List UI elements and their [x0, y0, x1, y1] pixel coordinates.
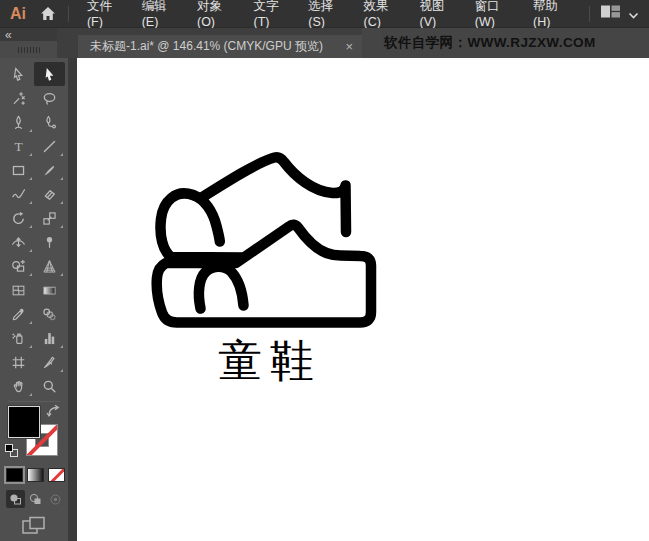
canvas[interactable]: 童鞋 [77, 58, 649, 541]
app-logo[interactable]: Ai [10, 5, 26, 23]
shoes-artwork[interactable] [140, 135, 400, 345]
shaper-tool[interactable] [3, 182, 34, 206]
column-graph-tool[interactable] [34, 326, 65, 350]
menu-item-1[interactable]: 编辑(E) [132, 0, 187, 29]
selection-tool[interactable] [34, 62, 65, 86]
perspective-grid-tool[interactable] [34, 254, 65, 278]
tools-panel-header: « [0, 28, 57, 58]
default-fill-stroke-icon[interactable] [5, 444, 19, 458]
curvature-tool[interactable] [34, 110, 65, 134]
lasso-tool[interactable] [34, 86, 65, 110]
mesh-tool[interactable] [3, 278, 34, 302]
artboard-tool[interactable] [3, 350, 34, 374]
eraser-tool[interactable] [34, 182, 65, 206]
rectangle-tool[interactable] [3, 158, 34, 182]
front-shoe-body [157, 225, 371, 323]
scale-tool[interactable] [34, 206, 65, 230]
document-tab[interactable]: 未标题-1.ai* @ 146.41% (CMYK/GPU 预览) × [78, 35, 362, 58]
menu-item-5[interactable]: 效果(C) [354, 0, 410, 29]
puppet-warp-tool[interactable] [34, 230, 65, 254]
screen-mode-button[interactable] [22, 516, 46, 539]
divider [8, 401, 60, 402]
shape-builder-tool[interactable] [3, 254, 34, 278]
svg-text:T: T [14, 139, 22, 154]
hand-tool[interactable] [3, 374, 34, 398]
none-button[interactable] [48, 468, 65, 482]
width-tool[interactable] [3, 230, 34, 254]
slice-tool[interactable] [34, 350, 65, 374]
collapse-panel-icon[interactable]: « [5, 28, 12, 42]
color-type-buttons [6, 468, 65, 482]
tools-panel: T [0, 58, 68, 541]
workspace-switcher-icon[interactable] [600, 4, 621, 23]
paintbrush-tool[interactable] [34, 158, 65, 182]
drawing-mode-buttons [6, 490, 65, 508]
rotate-tool[interactable] [3, 206, 34, 230]
panel-grip[interactable] [0, 41, 57, 58]
pen-tool[interactable] [3, 110, 34, 134]
divider [589, 6, 590, 22]
magic-wand-tool[interactable] [3, 86, 34, 110]
document-tab-title: 未标题-1.ai* @ 146.41% (CMYK/GPU 预览) [78, 38, 323, 55]
line-segment-tool[interactable] [34, 134, 65, 158]
watermark-text: 软件自学网：WWW.RJZXW.COM [362, 28, 649, 58]
menu-items: 文件(F)编辑(E)对象(O)文字(T)选择(S)效果(C)视图(V)窗口(W)… [77, 0, 579, 29]
menu-item-2[interactable]: 对象(O) [187, 0, 244, 29]
menu-item-4[interactable]: 选择(S) [298, 0, 353, 29]
fill-stroke-controls [0, 404, 68, 464]
artwork-label[interactable]: 童鞋 [150, 340, 390, 384]
illustrator-window: Ai 文件(F)编辑(E)对象(O)文字(T)选择(S)效果(C)视图(V)窗口… [0, 0, 649, 541]
draw-inside-mode-button[interactable] [46, 490, 65, 508]
panel-edge [68, 58, 77, 541]
color-button[interactable] [6, 468, 23, 482]
tools-grid: T [3, 62, 65, 398]
menu-item-8[interactable]: 帮助(H) [523, 0, 579, 29]
workspace-body: T [0, 58, 649, 541]
home-icon[interactable] [40, 6, 56, 21]
fill-color-swatch[interactable] [8, 406, 40, 438]
divider [68, 6, 69, 22]
chevron-down-icon[interactable] [628, 5, 639, 23]
menu-item-0[interactable]: 文件(F) [77, 0, 132, 29]
menu-item-7[interactable]: 窗口(W) [465, 0, 523, 29]
gradient-button[interactable] [27, 468, 44, 482]
gradient-tool[interactable] [34, 278, 65, 302]
symbol-sprayer-tool[interactable] [3, 326, 34, 350]
zoom-tool[interactable] [34, 374, 65, 398]
menu-item-3[interactable]: 文字(T) [243, 0, 298, 29]
eyedropper-tool[interactable] [3, 302, 34, 326]
type-tool[interactable]: T [3, 134, 34, 158]
back-shoe-toe-cap [193, 195, 220, 242]
direct-selection-tool[interactable] [3, 62, 34, 86]
draw-behind-mode-button[interactable] [26, 490, 45, 508]
tab-bar: « 未标题-1.ai* @ 146.41% (CMYK/GPU 预览) × 软件… [0, 28, 649, 58]
swap-fill-stroke-icon[interactable] [46, 404, 61, 422]
draw-normal-mode-button[interactable] [6, 490, 25, 508]
menu-bar: Ai 文件(F)编辑(E)对象(O)文字(T)选择(S)效果(C)视图(V)窗口… [0, 0, 649, 28]
blend-tool[interactable] [34, 302, 65, 326]
back-shoe-instep [201, 157, 346, 232]
menu-item-6[interactable]: 视图(V) [409, 0, 464, 29]
tab-close-icon[interactable]: × [345, 39, 353, 54]
